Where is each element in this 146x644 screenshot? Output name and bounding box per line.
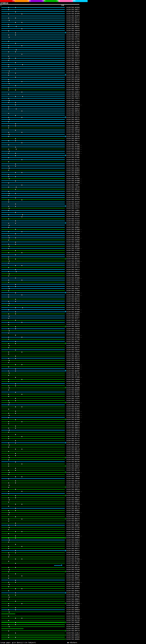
- hit-accession-link[interactable]: UniRef100_C1BR10: [66, 476, 80, 478]
- hit-line[interactable]: [54, 565, 61, 566]
- hit-accession-link[interactable]: UniRef100_Q7Q4T9: [66, 486, 80, 488]
- hit-line[interactable]: [1, 272, 65, 272]
- hit-accession-link[interactable]: UniRef100_A6R3P5: [66, 95, 80, 97]
- hit-row[interactable]: UniRef100_UPI000...: [0, 602, 146, 604]
- hit-accession-link[interactable]: UniRef100_UPI000...: [66, 336, 82, 338]
- hit-row[interactable]: UniRef100_Q7Z4W2: [0, 156, 146, 158]
- hit-row[interactable]: UniRef100_B4N5L2: [0, 604, 146, 606]
- hit-row[interactable]: UniRef100_Q2N1B4: [0, 239, 146, 241]
- hit-accession-link[interactable]: UniRef100_UPI000...: [66, 503, 82, 505]
- hit-accession-link[interactable]: UniRef100_B4JZX5: [66, 528, 80, 530]
- hit-line[interactable]: [1, 208, 65, 208]
- hit-row[interactable]: UniRef100_P22738: [0, 306, 146, 309]
- hit-line[interactable]: [1, 223, 65, 223]
- hit-row[interactable]: UniRef100_A9RSY6: [0, 76, 146, 78]
- hit-row[interactable]: UniRef100_B9Z9A6: [0, 80, 146, 82]
- hit-row[interactable]: UniRef100_B0WXM9: [0, 573, 146, 575]
- hit-row[interactable]: UniRef100_A9YE34: [0, 357, 146, 359]
- hit-accession-link[interactable]: UniRef100_P2Y7G0: [66, 286, 80, 288]
- hit-row[interactable]: UniRef100_Q16YF4: [0, 588, 146, 590]
- hit-row[interactable]: UniRef100_B3MK99: [0, 537, 146, 539]
- hit-line[interactable]: [1, 417, 65, 418]
- hit-line[interactable]: [1, 56, 65, 56]
- hit-accession-link[interactable]: UniRef100_B4PL10: [66, 448, 80, 450]
- hit-line[interactable]: [1, 7, 65, 8]
- hit-row[interactable]: UniRef100_P27659: [0, 220, 146, 222]
- hit-accession-link[interactable]: UniRef100_B4L234: [66, 469, 80, 471]
- hit-row[interactable]: UniRef100_Q2Z1F8: [0, 342, 146, 344]
- hit-line[interactable]: [1, 354, 65, 354]
- hit-line[interactable]: [1, 73, 65, 73]
- hit-row[interactable]: UniRef100_B9S5G2: [0, 93, 146, 95]
- hit-row[interactable]: UniRef100_B4GXT2: [0, 626, 146, 628]
- hit-accession-link[interactable]: UniRef100_Q7PYB4: [66, 526, 80, 528]
- hit-accession-link[interactable]: UniRef100_Q6BXM5: [66, 245, 80, 247]
- hit-row[interactable]: UniRef100_UPI000...: [0, 376, 146, 378]
- hit-row[interactable]: UniRef100_C61IT7: [0, 207, 146, 209]
- hit-line[interactable]: [1, 419, 65, 420]
- hit-row[interactable]: UniRef100_A0NGK1: [0, 577, 146, 579]
- hit-row[interactable]: UniRef100_B5U7J4: [0, 256, 146, 258]
- hit-accession-link[interactable]: UniRef100_UPI000...: [66, 294, 82, 296]
- hit-accession-link[interactable]: UniRef100_B0X2F3: [66, 520, 80, 522]
- hit-line[interactable]: [1, 590, 65, 591]
- hit-accession-link[interactable]: UniRef100_C5GQ17: [66, 89, 80, 91]
- hit-row[interactable]: UniRef100_Q9NBK4: [0, 226, 146, 228]
- hit-line[interactable]: [1, 267, 65, 268]
- hit-accession-link[interactable]: UniRef100_B1H3W8: [66, 78, 80, 80]
- hit-row[interactable]: UniRef100_UPI000...: [0, 180, 146, 182]
- hit-line[interactable]: [1, 624, 65, 625]
- hit-row[interactable]: UniRef100_Q41H34: [0, 296, 146, 298]
- hit-row[interactable]: UniRef100_Q9H156: [0, 62, 146, 64]
- hit-accession-link[interactable]: UniRef100_A0E1J4: [66, 508, 80, 509]
- hit-accession-link[interactable]: UniRef100_P21531: [66, 218, 80, 220]
- hit-accession-link[interactable]: UniRef100_Q9K9E3: [66, 68, 80, 70]
- hit-line[interactable]: [1, 265, 65, 266]
- hit-line[interactable]: [1, 238, 65, 238]
- hit-row[interactable]: UniRef100_UPI000...: [0, 309, 146, 311]
- hit-row[interactable]: UniRef100_B4W134: [0, 497, 146, 499]
- hit-line[interactable]: [1, 529, 65, 530]
- hit-line[interactable]: [1, 195, 65, 196]
- hit-accession-link[interactable]: UniRef100_Q5TSR8: [66, 575, 80, 577]
- hit-line[interactable]: [1, 28, 65, 29]
- hit-line[interactable]: [1, 409, 65, 409]
- hit-accession-link[interactable]: UniRef100_B55UD6: [66, 254, 80, 256]
- hit-line[interactable]: [1, 561, 65, 561]
- hit-row[interactable]: UniRef100_B4FF26: [0, 298, 146, 300]
- hit-row[interactable]: UniRef100_B4MYL6: [0, 564, 146, 566]
- hit-accession-link[interactable]: UniRef100_Q5B1J2: [66, 264, 80, 266]
- hit-accession-link[interactable]: UniRef100_Q177F6: [66, 592, 80, 594]
- hit-line[interactable]: [1, 356, 65, 356]
- hit-row[interactable]: UniRef100_B4MM76: [0, 634, 146, 636]
- hit-row[interactable]: UniRef100_Q2GPA7: [0, 203, 146, 205]
- hit-line[interactable]: [1, 476, 65, 477]
- hit-line[interactable]: [1, 449, 65, 449]
- hit-line[interactable]: [1, 474, 65, 475]
- hit-row[interactable]: UniRef100_Q66816: [0, 423, 146, 425]
- hit-row[interactable]: UniRef100_Q9VXE5: [0, 552, 146, 554]
- hit-row[interactable]: UniRef100_UPI000...: [0, 334, 146, 336]
- hit-row[interactable]: UniRef100_P59671: [0, 176, 146, 178]
- hit-row[interactable]: UniRef100_B4J2V8: [0, 484, 146, 486]
- hit-accession-link[interactable]: UniRef100_A2R5G6: [66, 281, 80, 283]
- hit-line[interactable]: [1, 193, 65, 194]
- hit-row[interactable]: UniRef100_A7TER9: [0, 290, 146, 292]
- hit-line[interactable]: [1, 546, 65, 546]
- hit-accession-link[interactable]: UniRef100_Q6I000...: [66, 292, 82, 294]
- hit-row[interactable]: UniRef100_B55UD6: [0, 254, 146, 256]
- hit-accession-link[interactable]: UniRef100_B3LJ10: [66, 436, 80, 437]
- hit-line[interactable]: [1, 86, 65, 86]
- hit-row[interactable]: UniRef100_B8M1Z6: [0, 133, 146, 135]
- hit-line[interactable]: [1, 79, 65, 80]
- hit-line[interactable]: [1, 373, 65, 373]
- hit-row[interactable]: UniRef100_Q8RUF0: [0, 138, 146, 140]
- hit-line[interactable]: [1, 185, 65, 185]
- hit-row[interactable]: UniRef100_Q03KP4: [0, 15, 146, 17]
- hit-line[interactable]: [1, 70, 65, 71]
- hit-accession-link[interactable]: UniRef100_UPI000...: [66, 364, 82, 366]
- hit-line[interactable]: [1, 478, 65, 479]
- hit-accession-link[interactable]: UniRef100_Q9NPF4: [66, 127, 80, 129]
- hit-row[interactable]: UniRef100_P3W113: [0, 268, 146, 270]
- hit-line[interactable]: [1, 628, 23, 629]
